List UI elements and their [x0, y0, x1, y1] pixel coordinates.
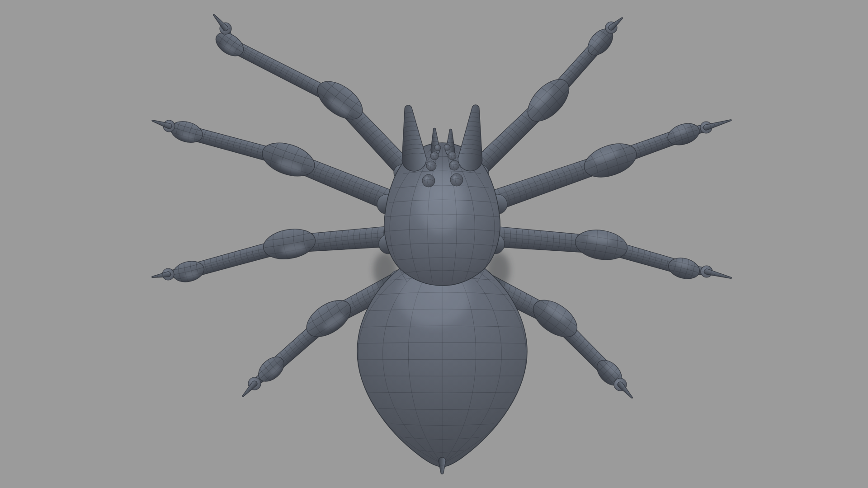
- eye-bump: [434, 145, 441, 151]
- eye-highlight: [425, 177, 428, 180]
- viewport-3d[interactable]: [0, 0, 868, 488]
- spider-cephalothorax: [384, 143, 500, 286]
- eye-highlight: [436, 146, 438, 148]
- eye-highlight: [452, 162, 454, 165]
- eye-highlight: [429, 163, 431, 165]
- spider-model-render: [0, 0, 868, 488]
- eye-highlight: [450, 154, 452, 156]
- eye-bump: [444, 144, 450, 150]
- eye-highlight: [453, 176, 456, 179]
- eye-highlight: [445, 145, 447, 147]
- eye-highlight: [432, 154, 434, 156]
